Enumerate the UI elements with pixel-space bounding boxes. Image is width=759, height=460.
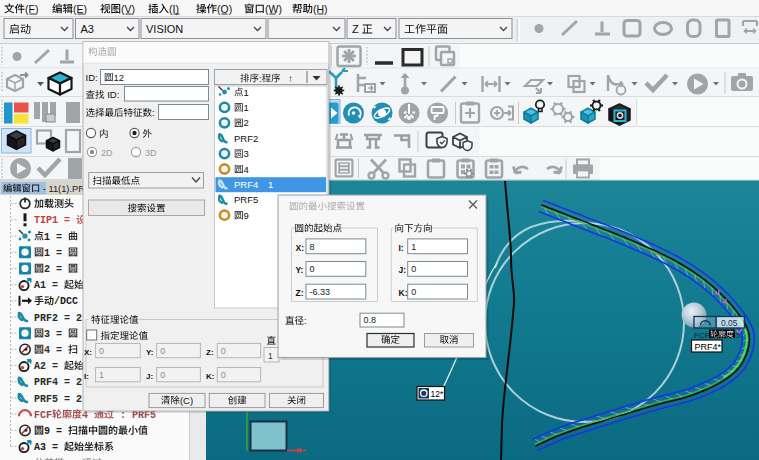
svg-text:1 =: 1 = (44, 232, 68, 243)
svg-text:PRF4 = 2: PRF4 = 2 (34, 377, 82, 388)
svg-text:I:: I: (84, 372, 89, 381)
svg-text::: : (259, 73, 262, 84)
svg-text:9 =: 9 = (44, 426, 68, 437)
svg-text:4: 4 (244, 164, 249, 175)
svg-text:(W): (W) (265, 3, 282, 15)
svg-text:ID:: ID: (86, 72, 98, 83)
svg-text:PRF5 = 2: PRF5 = 2 (34, 394, 82, 405)
svg-text:(O): (O) (217, 3, 232, 15)
svg-text:J:: J: (146, 372, 153, 381)
svg-text:ID:: ID: (105, 89, 120, 100)
svg-text:1: 1 (411, 242, 416, 252)
svg-text:0.05: 0.05 (721, 318, 738, 328)
svg-text:(E): (E) (73, 3, 87, 15)
svg-text:(V): (V) (121, 3, 135, 15)
svg-text:12: 12 (114, 72, 125, 83)
svg-text:K:: K: (399, 288, 408, 298)
svg-text:0: 0 (99, 346, 104, 356)
svg-text:K:: K: (206, 372, 214, 381)
svg-text:0.8: 0.8 (364, 315, 377, 325)
svg-text:Z: Z (352, 23, 362, 35)
svg-text:PRF2 = 2: PRF2 = 2 (34, 313, 82, 324)
svg-text:TIP1 =: TIP1 = (34, 215, 76, 226)
svg-text:A3 =: A3 = (34, 442, 64, 453)
svg-text:9: 9 (244, 210, 249, 221)
svg-text:1: 1 (268, 351, 273, 361)
svg-text:2D: 2D (101, 148, 113, 158)
svg-text:PRF4*: PRF4* (695, 342, 722, 352)
svg-text:3D: 3D (145, 148, 157, 158)
svg-text:X: X (296, 446, 302, 455)
svg-text:A3: A3 (81, 23, 94, 35)
svg-text:VISION: VISION (146, 23, 183, 35)
svg-text:1: 1 (99, 370, 104, 380)
svg-text:J:: J: (399, 265, 407, 275)
svg-text:1 =: 1 = (44, 248, 68, 259)
svg-text:Y:: Y: (146, 348, 153, 357)
svg-text:X:: X: (296, 243, 305, 253)
svg-text:0: 0 (221, 370, 226, 380)
svg-text:1: 1 (244, 102, 249, 113)
svg-text::: : (152, 107, 155, 118)
svg-text:0: 0 (221, 346, 226, 356)
svg-text:Y:: Y: (296, 265, 304, 275)
svg-text:0: 0 (160, 370, 165, 380)
svg-text:(C): (C) (180, 395, 193, 406)
svg-text:1: 1 (268, 179, 273, 190)
svg-text:0: 0 (160, 346, 165, 356)
svg-text:(H): (H) (313, 3, 328, 15)
svg-text:PRF5: PRF5 (234, 194, 258, 205)
svg-text:(F): (F) (25, 3, 38, 15)
svg-text:8: 8 (310, 242, 315, 252)
svg-text:A2 =: A2 = (34, 361, 64, 372)
svg-text:-6.33: -6.33 (310, 287, 331, 297)
svg-text:2 =: 2 = (44, 264, 68, 275)
svg-text:Z:: Z: (206, 348, 214, 357)
svg-text::: : (304, 315, 307, 326)
svg-text:3 =: 3 = (44, 329, 68, 340)
svg-text:4 =: 4 = (44, 345, 68, 356)
svg-text:12*: 12* (431, 389, 444, 399)
svg-text:PRF4: PRF4 (234, 179, 258, 190)
svg-text:1: 1 (244, 87, 249, 98)
svg-text:2: 2 (244, 117, 249, 128)
svg-text:I:: I: (399, 243, 404, 253)
svg-text:0: 0 (411, 287, 416, 297)
svg-text:A1 =: A1 = (34, 280, 64, 291)
svg-text:0: 0 (310, 264, 315, 274)
svg-text:Z:: Z: (296, 288, 304, 298)
svg-text:0: 0 (411, 264, 416, 274)
svg-text:PRF2: PRF2 (234, 133, 258, 144)
svg-text:X:: X: (84, 348, 92, 357)
svg-text:- 11(1).PR: - 11(1).PR (40, 184, 85, 194)
svg-text:/DCC: /DCC (54, 296, 78, 307)
svg-text:FCF: FCF (34, 410, 52, 421)
svg-text:FCF: FCF (694, 331, 710, 340)
svg-text:5: 5 (736, 331, 741, 340)
svg-text:(I): (I) (169, 3, 179, 15)
svg-text:3: 3 (244, 148, 249, 159)
svg-text:↑: ↑ (288, 73, 293, 84)
